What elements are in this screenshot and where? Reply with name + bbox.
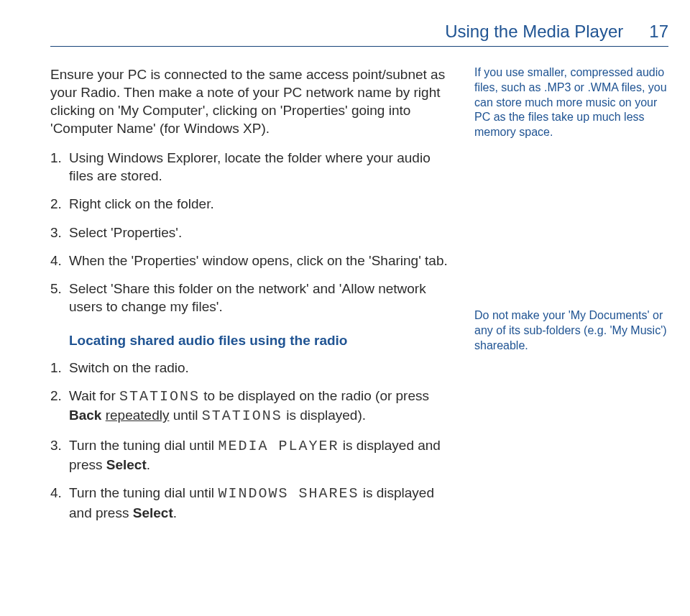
main-column: Ensure your PC is connected to the same … bbox=[50, 65, 453, 539]
text-fragment: is displayed and bbox=[339, 438, 441, 453]
list-number: 5. bbox=[50, 280, 69, 316]
steps-list-2: 1. Switch on the radio. 2. Wait for STAT… bbox=[50, 359, 453, 522]
bold-text: Select bbox=[133, 505, 173, 520]
list-item: 2. Wait for STATIONS to be displayed on … bbox=[50, 387, 453, 426]
list-text: Select 'Properties'. bbox=[69, 224, 453, 242]
list-number: 3. bbox=[50, 224, 69, 242]
list-number: 2. bbox=[50, 387, 69, 426]
text-fragment: is displayed). bbox=[282, 408, 366, 423]
intro-paragraph: Ensure your PC is connected to the same … bbox=[50, 65, 453, 137]
steps-list-1: 1. Using Windows Explorer, locate the fo… bbox=[50, 149, 453, 316]
bold-text: Back bbox=[69, 408, 101, 423]
text-fragment: until bbox=[169, 408, 201, 423]
list-item: 4. When the 'Properties' window opens, c… bbox=[50, 252, 453, 270]
list-number: 1. bbox=[50, 149, 69, 185]
list-text: Select 'Share this folder on the network… bbox=[69, 280, 453, 316]
page-number: 17 bbox=[649, 22, 668, 42]
side-column: If you use smaller, compressed audio fil… bbox=[474, 65, 668, 364]
list-text: Using Windows Explorer, locate the folde… bbox=[69, 149, 453, 185]
page: Using the Media Player 17 Ensure your PC… bbox=[0, 0, 690, 568]
text-fragment: Turn the tuning dial until bbox=[69, 485, 218, 500]
underlined-text: repeatedly bbox=[106, 408, 170, 423]
side-note: If you use smaller, compressed audio fil… bbox=[474, 65, 668, 140]
lcd-text: MEDIA PLAYER bbox=[218, 438, 339, 454]
content-columns: Ensure your PC is connected to the same … bbox=[50, 65, 668, 539]
list-text: Turn the tuning dial until MEDIA PLAYER … bbox=[69, 436, 453, 474]
list-number: 4. bbox=[50, 252, 69, 270]
text-fragment: press bbox=[69, 457, 106, 472]
list-item: 1. Switch on the radio. bbox=[50, 359, 453, 377]
lcd-text: STATIONS bbox=[202, 408, 282, 424]
list-text: Wait for STATIONS to be displayed on the… bbox=[69, 387, 453, 426]
text-fragment: . bbox=[147, 457, 150, 472]
text-fragment: Wait for bbox=[69, 388, 119, 403]
bold-text: Select bbox=[106, 457, 147, 472]
text-fragment: . bbox=[173, 505, 177, 520]
list-item: 1. Using Windows Explorer, locate the fo… bbox=[50, 149, 453, 185]
subheading: Locating shared audio files using the ra… bbox=[69, 333, 453, 349]
lcd-text: STATIONS bbox=[119, 388, 200, 405]
list-number: 3. bbox=[50, 436, 69, 474]
list-number: 1. bbox=[50, 359, 69, 377]
list-number: 4. bbox=[50, 484, 69, 521]
list-item: 5. Select 'Share this folder on the netw… bbox=[50, 280, 453, 316]
list-text: Right click on the folder. bbox=[69, 195, 453, 213]
side-note: Do not make your 'My Documents' or any o… bbox=[474, 308, 668, 353]
list-text: Switch on the radio. bbox=[69, 359, 453, 377]
spacer bbox=[474, 152, 668, 308]
list-item: 3. Select 'Properties'. bbox=[50, 224, 453, 242]
header-title: Using the Media Player bbox=[445, 22, 623, 42]
list-text: When the 'Properties' window opens, clic… bbox=[69, 252, 453, 270]
lcd-text: WINDOWS SHARES bbox=[218, 485, 359, 502]
page-header: Using the Media Player 17 bbox=[50, 22, 668, 47]
text-fragment: to be displayed on the radio (or press bbox=[200, 388, 429, 403]
list-text: Turn the tuning dial until WINDOWS SHARE… bbox=[69, 484, 453, 521]
list-item: 2. Right click on the folder. bbox=[50, 195, 453, 213]
list-item: 4. Turn the tuning dial until WINDOWS SH… bbox=[50, 484, 453, 521]
text-fragment: Turn the tuning dial until bbox=[69, 438, 218, 453]
list-item: 3. Turn the tuning dial until MEDIA PLAY… bbox=[50, 436, 453, 474]
list-number: 2. bbox=[50, 195, 69, 213]
